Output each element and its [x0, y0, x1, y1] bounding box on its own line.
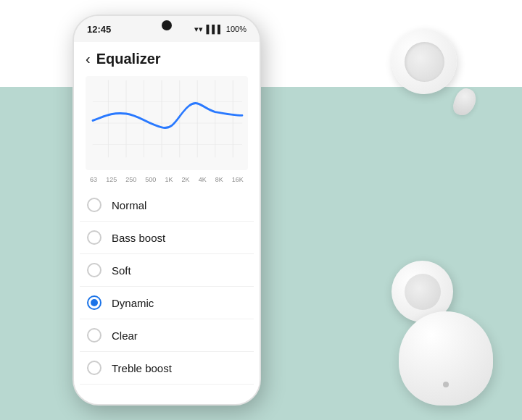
app-header: ‹ Equalizer	[74, 42, 260, 73]
back-button[interactable]: ‹	[86, 51, 91, 67]
phone: 12:45 ▾▾ ▌▌▌ 100% ‹ Equalizer	[72, 14, 261, 406]
option-bass-boost-label: Bass boost	[112, 232, 165, 244]
radio-soft[interactable]	[87, 263, 102, 277]
earbud-inner	[405, 42, 444, 82]
wifi-icon: ▾▾	[194, 25, 203, 34]
option-dynamic-label: Dynamic	[112, 297, 154, 309]
earbud-circle	[392, 29, 457, 94]
page-title: Equalizer	[96, 51, 161, 67]
option-bass-boost[interactable]: Bass boost	[80, 222, 254, 254]
option-treble-boost[interactable]: Treble boost	[80, 352, 254, 385]
freq-8k: 8K	[215, 176, 223, 183]
option-treble-boost-label: Treble boost	[112, 362, 172, 374]
case-body	[399, 311, 493, 406]
equalizer-options: Normal Bass boost Soft Dynamic	[74, 189, 260, 385]
scene: 12:45 ▾▾ ▌▌▌ 100% ‹ Equalizer	[0, 0, 522, 420]
eq-svg	[86, 76, 248, 170]
option-dynamic[interactable]: Dynamic	[80, 287, 254, 319]
freq-63: 63	[90, 176, 97, 183]
option-normal-label: Normal	[112, 199, 146, 211]
earbud-case-area	[384, 261, 500, 406]
radio-dynamic[interactable]	[87, 295, 102, 310]
radio-bass-boost[interactable]	[87, 230, 102, 245]
battery-icon: 100%	[226, 25, 246, 33]
status-icons: ▾▾ ▌▌▌ 100%	[194, 25, 246, 34]
radio-normal[interactable]	[87, 198, 102, 212]
eq-chart	[86, 76, 248, 170]
eq-frequency-labels: 63 125 250 500 1K 2K 4K 8K 16K	[74, 176, 260, 183]
freq-250: 250	[125, 176, 136, 183]
signal-icon: ▌▌▌	[206, 25, 223, 33]
phone-screen: ‹ Equalizer	[74, 42, 260, 404]
case-dot	[443, 382, 449, 387]
freq-500: 500	[145, 176, 156, 183]
freq-1k: 1K	[165, 176, 173, 183]
freq-16k: 16K	[232, 176, 244, 183]
radio-dot-dynamic	[91, 299, 98, 306]
radio-clear[interactable]	[87, 328, 102, 343]
phone-notch	[162, 20, 172, 30]
freq-4k: 4K	[199, 176, 207, 183]
option-clear-label: Clear	[112, 329, 138, 342]
option-soft-label: Soft	[112, 264, 131, 277]
status-time: 12:45	[87, 24, 111, 35]
radio-treble-boost[interactable]	[87, 361, 102, 375]
earbud-mid-inner	[405, 274, 441, 310]
earbud-tip	[450, 85, 478, 118]
option-soft[interactable]: Soft	[80, 254, 254, 287]
freq-125: 125	[106, 176, 117, 183]
freq-2k: 2K	[182, 176, 190, 183]
option-clear[interactable]: Clear	[80, 319, 254, 352]
option-normal[interactable]: Normal	[80, 189, 254, 222]
status-bar: 12:45 ▾▾ ▌▌▌ 100%	[74, 16, 260, 42]
earbud-top-right	[392, 29, 478, 130]
